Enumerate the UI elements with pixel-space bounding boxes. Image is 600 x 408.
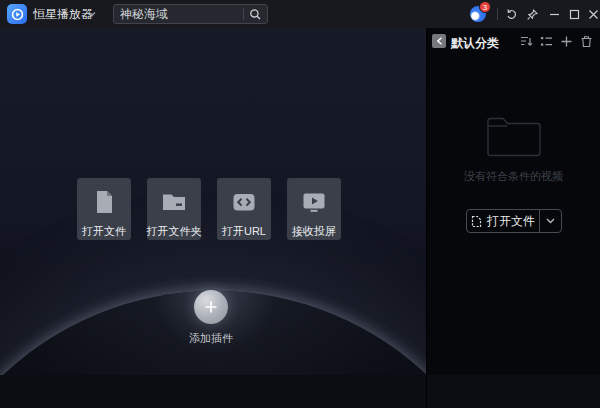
url-icon [231, 189, 257, 215]
open-folder-tile[interactable]: 打开文件夹 [147, 178, 201, 240]
panel-divider [426, 375, 427, 408]
open-file-label: 打开文件 [487, 213, 535, 230]
main-stage: 打开文件 打开文件夹 打开URL [0, 28, 426, 375]
pin-icon[interactable] [525, 7, 539, 21]
cast-receive-icon [301, 189, 327, 215]
open-url-tile[interactable]: 打开URL [217, 178, 271, 240]
file-outline-icon [471, 215, 482, 228]
add-icon[interactable] [559, 34, 573, 48]
receive-cast-tile[interactable]: 接收投屏 [287, 178, 341, 240]
empty-state: 没有符合条件的视频 [427, 116, 600, 184]
open-file-tile[interactable]: 打开文件 [77, 178, 131, 240]
minimize-button[interactable] [547, 7, 561, 21]
open-file-action[interactable]: 打开文件 [467, 210, 539, 232]
app-menu-chevron-down-icon[interactable] [88, 11, 96, 17]
search-icon[interactable] [244, 8, 267, 20]
titlebar-separator [497, 8, 498, 20]
control-bar [0, 375, 600, 408]
view-mode-icon[interactable] [539, 34, 553, 48]
maximize-button[interactable] [567, 7, 581, 21]
search-input[interactable] [114, 7, 243, 21]
plus-icon [204, 300, 218, 314]
close-button[interactable] [586, 7, 600, 21]
sidebar-tools [519, 34, 593, 48]
chevron-down-icon [546, 218, 555, 224]
empty-state-text: 没有符合条件的视频 [427, 169, 600, 184]
file-icon [92, 189, 116, 215]
folder-icon [161, 189, 187, 215]
category-title: 默认分类 [451, 35, 499, 52]
titlebar: 恒星播放器 3 [0, 0, 600, 28]
sidebar-header: 默认分类 [427, 34, 600, 50]
tile-label: 接收投屏 [292, 224, 336, 239]
app-logo-icon[interactable] [7, 4, 27, 24]
add-plugin-label: 添加插件 [151, 331, 271, 346]
notification-badge: 3 [479, 1, 491, 13]
open-file-split-button[interactable]: 打开文件 [466, 209, 562, 233]
open-file-dropdown[interactable] [540, 210, 561, 232]
sort-icon[interactable] [519, 34, 533, 48]
player-window: 恒星播放器 3 [0, 0, 600, 408]
top-search-box[interactable] [113, 4, 268, 24]
sync-icon[interactable] [504, 7, 518, 21]
quick-actions: 打开文件 打开文件夹 打开URL [77, 178, 341, 240]
chevron-left-icon [436, 37, 443, 45]
trash-icon[interactable] [579, 34, 593, 48]
tile-label: 打开文件 [82, 224, 126, 239]
tile-label: 打开URL [222, 224, 266, 239]
tile-label: 打开文件夹 [147, 224, 202, 239]
empty-folder-icon [486, 116, 542, 158]
app-title: 恒星播放器 [33, 0, 93, 28]
add-plugin-button[interactable] [194, 290, 228, 324]
back-button[interactable] [432, 34, 446, 48]
playlist-sidebar: 默认分类 [426, 28, 600, 375]
